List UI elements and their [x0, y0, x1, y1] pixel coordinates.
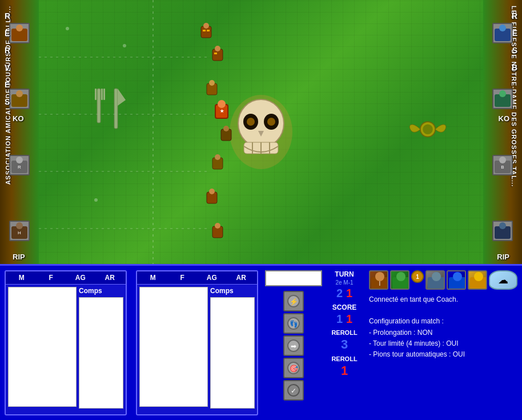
- right-slot-3[interactable]: B: [492, 155, 513, 175]
- svg-point-58: [16, 222, 23, 229]
- right-player-slots: B: [490, 0, 515, 264]
- left-slot-2[interactable]: [9, 89, 30, 109]
- svg-text:H: H: [18, 230, 21, 235]
- right-letter-r: R: [512, 11, 517, 21]
- connected-msg: Connecté en tant que Coach.: [369, 294, 517, 305]
- player-6[interactable]: [211, 154, 224, 173]
- player-8[interactable]: [211, 223, 224, 241]
- svg-point-18: [267, 118, 275, 126]
- svg-point-47: [209, 189, 215, 194]
- reroll-blue: 3: [327, 337, 362, 352]
- right-team-panel: M F AG AR Comps: [136, 270, 258, 415]
- center-input[interactable]: [265, 270, 322, 286]
- player-2[interactable]: [211, 46, 224, 64]
- svg-text:🎯: 🎯: [290, 364, 298, 373]
- reroll-red: 1: [327, 363, 362, 378]
- svg-point-53: [16, 90, 23, 97]
- reroll-label: REROLL: [327, 329, 362, 336]
- player-1[interactable]: [200, 23, 212, 41]
- top-icon-bar: I 1 ☁: [369, 270, 517, 290]
- config-label: Configuration du match :: [369, 316, 517, 327]
- score-values: 1 1: [327, 313, 362, 326]
- svg-rect-27: [114, 89, 118, 129]
- coin-icon[interactable]: 1: [411, 270, 424, 283]
- action-btn-2[interactable]: 👣: [283, 313, 304, 334]
- turn-score-panel: TURN 2e M-1 2 1 SCORE 1 1 REROLL 3 REROL…: [324, 266, 364, 420]
- svg-rect-36: [214, 53, 217, 54]
- svg-point-55: [16, 157, 23, 163]
- left-comps-label: Comps: [79, 287, 123, 295]
- left-team-header: M F AG AR: [6, 271, 126, 285]
- roster-icon-2[interactable]: [390, 270, 409, 290]
- left-slot-3[interactable]: R: [9, 155, 30, 175]
- svg-point-89: [474, 272, 483, 281]
- right-header-ar: AR: [227, 274, 256, 282]
- svg-point-40: [218, 100, 226, 108]
- roster-icon-1[interactable]: I: [369, 270, 388, 290]
- left-header-ag: AG: [66, 274, 95, 282]
- turn-sub: 2e M-1: [327, 279, 362, 286]
- game-field: ASSOCIATION AMICALE DE JOUEURS DE BALLO.…: [0, 0, 522, 264]
- svg-text:✓: ✓: [291, 387, 296, 395]
- action-btn-4[interactable]: 🎯: [283, 358, 304, 378]
- player-7[interactable]: [206, 189, 218, 207]
- right-header-ag: AG: [197, 274, 227, 282]
- right-slot-4[interactable]: [492, 221, 513, 241]
- svg-text:⚡: ⚡: [290, 297, 298, 306]
- left-letter-v: V: [5, 63, 10, 72]
- cloud-icon[interactable]: ☁: [489, 270, 517, 290]
- action-btn-5[interactable]: ✓: [283, 380, 304, 401]
- left-slot-4[interactable]: H: [9, 221, 30, 241]
- score-blue: 1: [336, 313, 343, 326]
- svg-rect-24: [95, 89, 97, 100]
- svg-rect-32: [203, 30, 206, 31]
- action-btn-3[interactable]: ➡: [283, 335, 304, 356]
- action-buttons: ⚡ 👣 ➡ 🎯 ✓: [283, 291, 304, 401]
- left-comps-box[interactable]: [79, 297, 123, 409]
- right-team-content: Comps: [137, 285, 257, 414]
- right-header-m: M: [138, 274, 168, 282]
- player-4[interactable]: ★: [214, 100, 229, 122]
- score-label: SCORE: [327, 303, 362, 311]
- svg-rect-26: [103, 89, 105, 100]
- left-letter-r: R: [5, 11, 10, 21]
- right-slot-2[interactable]: [492, 89, 513, 109]
- right-comps-label: Comps: [210, 287, 255, 295]
- player-3[interactable]: [206, 80, 218, 98]
- svg-point-65: [499, 157, 506, 163]
- svg-point-35: [215, 46, 220, 51]
- svg-text:R: R: [18, 165, 21, 170]
- turn-label: TURN: [327, 270, 362, 278]
- left-player-list[interactable]: [8, 287, 77, 407]
- svg-point-17: [247, 118, 255, 126]
- turn-blue: 2: [336, 287, 343, 300]
- left-slot-1[interactable]: [9, 23, 30, 43]
- player-5[interactable]: [220, 126, 232, 144]
- roster-icon-4[interactable]: [447, 270, 466, 290]
- bottom-panel: M F AG AR Comps M F AG AR Comps: [0, 264, 522, 420]
- config-item-0: - Prolongation : NON: [369, 327, 517, 338]
- team-icons: I 1 ☁: [369, 270, 517, 290]
- roster-icon-3[interactable]: [425, 270, 445, 290]
- info-text-area: Connecté en tant que Coach. Configuratio…: [369, 294, 517, 360]
- svg-text:B: B: [501, 165, 504, 170]
- wing-decoration: [408, 114, 448, 149]
- right-slot-1[interactable]: [492, 23, 513, 43]
- right-header-f: F: [168, 274, 198, 282]
- svg-point-85: [432, 272, 441, 281]
- reroll2-label: REROLL: [327, 355, 362, 362]
- svg-point-43: [223, 126, 229, 131]
- left-header-f: F: [37, 274, 66, 282]
- score-red: 1: [346, 313, 352, 326]
- right-comps-box[interactable]: [210, 297, 255, 409]
- action-btn-1[interactable]: ⚡: [283, 291, 304, 311]
- svg-text:I: I: [379, 281, 381, 287]
- right-letter-b: B: [512, 63, 517, 72]
- svg-text:➡: ➡: [291, 342, 296, 350]
- left-letter-e2: E: [5, 80, 10, 89]
- left-rip-text: RIP: [13, 253, 25, 261]
- config-item-1: - Tour limité (4 minutes) : OUI: [369, 338, 517, 349]
- roster-icon-5[interactable]: [468, 270, 487, 290]
- turn-values: 2 1: [327, 287, 362, 300]
- right-player-list[interactable]: [139, 287, 208, 407]
